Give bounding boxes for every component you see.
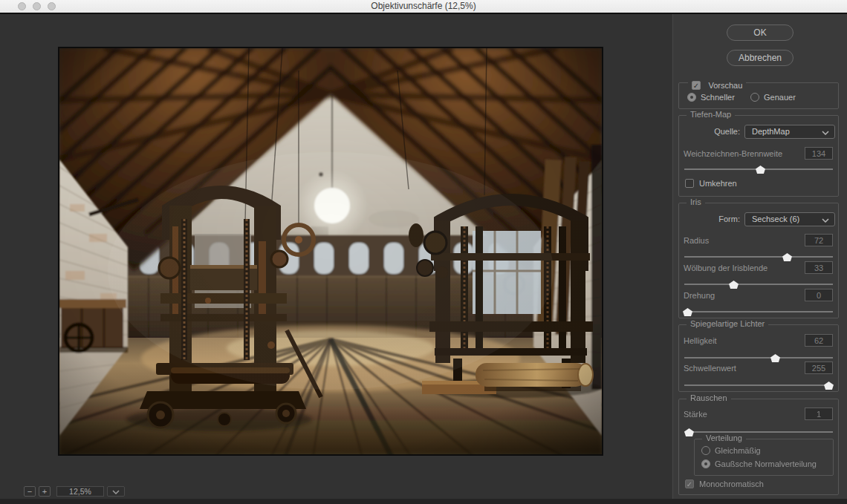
dialog-content: − + 12,5% OK Abbrechen ✓ Vorschau Schnel… <box>0 13 847 499</box>
faster-radio[interactable] <box>687 93 696 102</box>
chevron-down-icon <box>112 490 120 494</box>
slider-thumb[interactable] <box>782 253 792 261</box>
titlebar[interactable]: Objektivunschärfe (12,5%) <box>0 0 847 13</box>
rotation-slider[interactable] <box>684 307 833 316</box>
preview-photo[interactable] <box>58 47 603 456</box>
zoom-level-dropdown[interactable] <box>107 486 125 497</box>
gaussian-label: Gaußsche Normalverteilung <box>715 459 817 468</box>
slider-thumb[interactable] <box>756 166 765 174</box>
iris-group: Iris Form: Sechseck (6) Radius 72 Wölbun… <box>678 203 839 318</box>
threshold-slider[interactable] <box>684 381 833 390</box>
shape-label: Form: <box>679 215 740 223</box>
window-title: Objektivunschärfe (12,5%) <box>0 1 847 11</box>
shape-dropdown[interactable]: Sechseck (6) <box>744 212 835 226</box>
source-label: Quelle: <box>679 127 740 136</box>
blur-focal-distance-slider[interactable] <box>684 165 833 174</box>
chevron-down-icon <box>822 218 829 223</box>
blade-curvature-slider[interactable] <box>684 280 833 289</box>
monochromatic-label: Monochromatisch <box>699 480 764 488</box>
specular-highlights-group: Spiegelartige Lichter Helligkeit 62 Schw… <box>678 324 839 392</box>
preview-label: Vorschau <box>708 81 742 90</box>
uniform-label: Gleichmäßig <box>715 446 761 455</box>
cancel-button[interactable]: Abbrechen <box>727 50 794 66</box>
uniform-radio[interactable] <box>701 446 710 455</box>
more-accurate-radio[interactable] <box>750 93 759 102</box>
preview-canvas: − + 12,5% <box>0 14 671 499</box>
more-accurate-label: Genauer <box>764 93 796 102</box>
preview-photo-rendering <box>59 48 602 454</box>
noise-group-title: Rauschen <box>687 393 731 402</box>
chevron-down-icon <box>822 131 829 135</box>
amount-label: Stärke <box>684 410 707 419</box>
source-dropdown-value: DepthMap <box>752 127 790 136</box>
slider-thumb[interactable] <box>684 428 694 436</box>
source-dropdown[interactable]: DepthMap <box>744 125 835 139</box>
slider-thumb[interactable] <box>770 354 780 362</box>
zoom-out-button[interactable]: − <box>24 486 36 497</box>
invert-checkbox[interactable] <box>685 179 694 188</box>
iris-group-title: Iris <box>687 197 705 206</box>
zoom-level-value[interactable]: 12,5% <box>56 486 104 497</box>
monochromatic-checkbox[interactable]: ✓ <box>685 480 694 488</box>
slider-thumb[interactable] <box>729 281 739 289</box>
blade-curvature-label: Wölbung der Irisblende <box>684 264 768 272</box>
depth-map-group: Tiefen-Map Quelle: DepthMap Weichzeichne… <box>678 115 839 197</box>
preview-group: ✓ Vorschau Schneller Genauer <box>678 82 839 109</box>
rotation-value[interactable]: 0 <box>805 289 833 301</box>
brightness-label: Helligkeit <box>684 336 717 345</box>
preview-group-title: ✓ Vorschau <box>688 78 746 88</box>
slider-thumb[interactable] <box>824 382 834 390</box>
distribution-group-title: Verteilung <box>702 433 746 442</box>
invert-label: Umkehren <box>699 179 737 188</box>
ok-button[interactable]: OK <box>727 24 794 41</box>
zoom-bar: − + 12,5% <box>0 485 671 499</box>
preview-checkbox[interactable]: ✓ <box>692 81 701 90</box>
threshold-label: Schwellenwert <box>684 364 736 373</box>
shape-dropdown-value: Sechseck (6) <box>752 215 799 223</box>
amount-value[interactable]: 1 <box>805 408 833 420</box>
rotation-label: Drehung <box>684 291 715 300</box>
brightness-value[interactable]: 62 <box>805 334 833 347</box>
threshold-value[interactable]: 255 <box>805 361 833 374</box>
blur-focal-distance-label: Weichzeichnen-Brennweite <box>684 149 782 158</box>
faster-label: Schneller <box>701 93 735 102</box>
radius-label: Radius <box>684 236 709 245</box>
radius-value[interactable]: 72 <box>805 234 833 246</box>
gaussian-radio[interactable] <box>701 459 710 468</box>
distribution-group: Verteilung Gleichmäßig Gaußsche Normalve… <box>694 439 834 476</box>
settings-panel: OK Abbrechen ✓ Vorschau Schneller Genaue… <box>672 14 847 499</box>
zoom-in-button[interactable]: + <box>39 486 51 497</box>
noise-group: Rauschen Stärke 1 Verteilung Gleichmäßig… <box>678 399 839 495</box>
slider-thumb[interactable] <box>683 308 692 316</box>
depth-map-group-title: Tiefen-Map <box>687 110 735 119</box>
blur-focal-distance-value[interactable]: 134 <box>805 147 833 160</box>
blade-curvature-value[interactable]: 33 <box>805 261 833 274</box>
radius-slider[interactable] <box>684 252 833 261</box>
specular-highlights-group-title: Spiegelartige Lichter <box>687 319 768 328</box>
lens-blur-dialog: Objektivunschärfe (12,5%) <box>0 0 847 504</box>
window-bottom-edge <box>0 499 847 504</box>
